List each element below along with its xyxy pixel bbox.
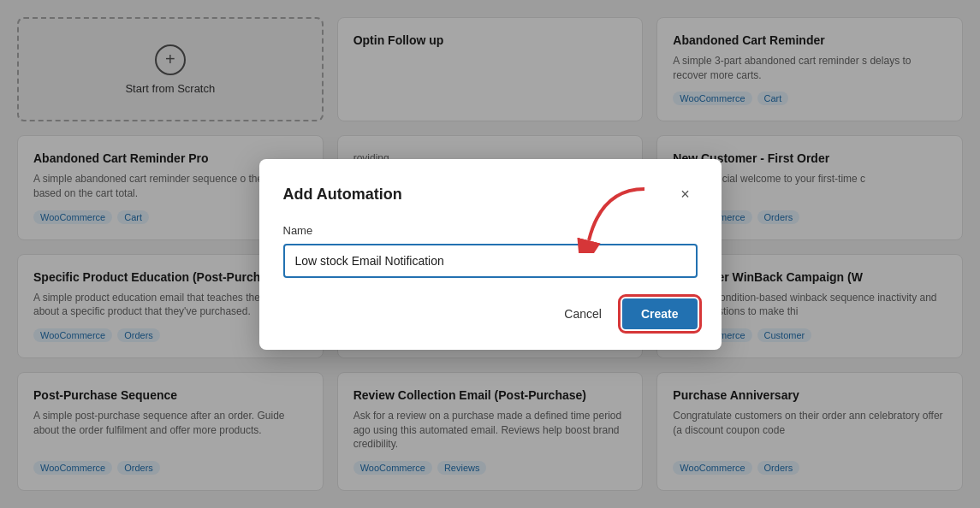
add-automation-modal: Add Automation × Name Cancel Create [259, 159, 722, 350]
modal-header: Add Automation × [283, 183, 698, 207]
modal-title: Add Automation [283, 186, 402, 204]
close-button[interactable]: × [674, 183, 698, 207]
name-label: Name [283, 224, 698, 237]
cancel-button[interactable]: Cancel [554, 300, 612, 328]
create-button[interactable]: Create [622, 298, 698, 329]
modal-footer: Cancel Create [283, 298, 698, 329]
automation-name-input[interactable] [283, 244, 698, 278]
modal-overlay: Add Automation × Name Cancel Create [0, 0, 980, 508]
